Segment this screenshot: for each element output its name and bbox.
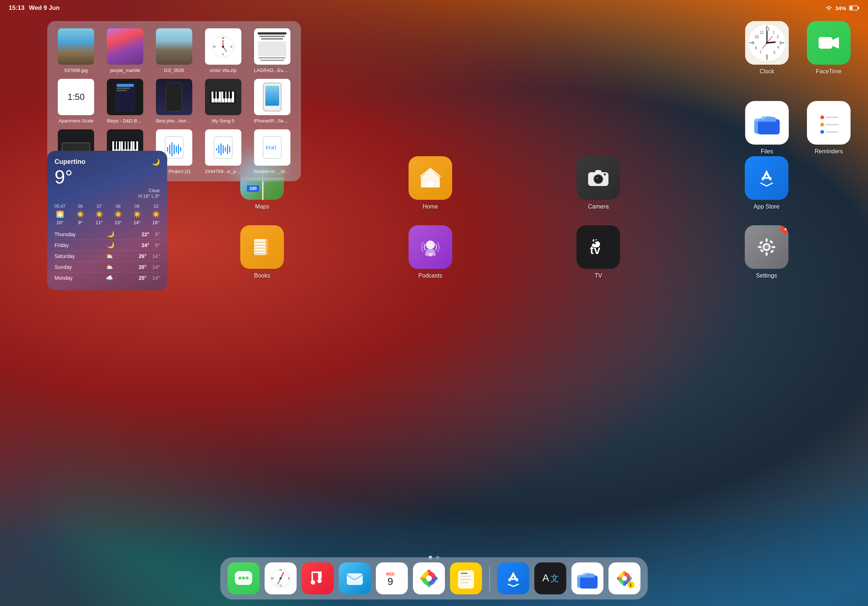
file-item[interactable]: Bleys - D&D Beyond	[104, 79, 147, 124]
svg-rect-116	[758, 246, 761, 248]
svg-point-91	[820, 130, 824, 134]
svg-text:N: N	[222, 36, 224, 40]
reminders-app-icon[interactable]: Reminders	[807, 101, 851, 155]
file-name: Apartment Scale	[59, 118, 93, 124]
clock-app[interactable]: 12 3 6 9 1 2 4 5 7 8 10 11	[745, 21, 789, 75]
notes-icon	[456, 568, 476, 589]
podcasts-app-icon[interactable]: Podcasts	[409, 225, 452, 279]
top-right-apps: 12 3 6 9 1 2 4 5 7 8 10 11	[745, 21, 851, 75]
books-icon	[249, 234, 275, 260]
home-icon	[417, 165, 443, 191]
svg-text:4: 4	[777, 45, 779, 49]
dock-appstore2[interactable]	[497, 563, 529, 594]
file-name: victor vila.zip	[210, 68, 237, 73]
svg-point-124	[242, 577, 245, 580]
svg-rect-141	[347, 573, 363, 585]
svg-rect-119	[770, 249, 774, 253]
app-label: Home	[422, 204, 438, 210]
svg-rect-118	[759, 241, 763, 244]
svg-rect-22	[223, 91, 225, 99]
file-name: My Song 5	[212, 118, 234, 124]
file-item[interactable]: N S E W victor vila.zip	[202, 28, 245, 73]
svg-point-89	[820, 123, 824, 127]
svg-text:W: W	[271, 577, 274, 580]
svg-rect-117	[772, 246, 775, 248]
svg-marker-83	[832, 37, 839, 49]
appstore-icon	[753, 165, 780, 191]
svg-rect-114	[766, 238, 768, 242]
svg-point-139	[311, 580, 315, 584]
file-item[interactable]: purple_marble	[104, 28, 147, 73]
dock-pixelmator[interactable]: 1	[609, 563, 640, 594]
file-item-apartment-scale[interactable]: 1:50 Apartment Scale	[54, 79, 98, 124]
file-item[interactable]: iPhone6P...Sept2014	[250, 79, 294, 124]
dock-mail[interactable]	[339, 563, 371, 594]
file-item[interactable]: LAGRAD...България	[250, 28, 294, 73]
settings-badge: 1	[780, 225, 788, 233]
books-app-icon[interactable]: Books	[240, 225, 284, 279]
svg-rect-35	[114, 141, 116, 149]
weather-highlow: H:19° L:8°	[138, 193, 160, 199]
moon-icon: 🌙	[152, 158, 160, 166]
file-name: LAGRAD...България	[254, 68, 290, 73]
file-item[interactable]: DJI_0535	[153, 28, 196, 73]
file-name: 637608.jpg	[64, 68, 88, 73]
settings-app-icon[interactable]: 1 Settings	[745, 225, 788, 279]
calendar-icon: WED 9	[381, 567, 403, 589]
file-item[interactable]: html huawei-m..._id119102	[250, 129, 294, 174]
dock: N S E W	[220, 557, 648, 600]
svg-rect-86	[816, 108, 842, 137]
podcasts-icon	[417, 234, 443, 260]
app-label: Files	[761, 148, 773, 155]
dock-notes[interactable]	[450, 563, 482, 594]
dock-music[interactable]	[302, 563, 334, 594]
home-app-icon[interactable]: Home	[409, 156, 452, 210]
svg-point-7	[222, 45, 224, 48]
file-item[interactable]: 637608.jpg	[54, 28, 98, 73]
svg-point-98	[597, 177, 598, 179]
dock-safari[interactable]: N S E W	[265, 563, 297, 594]
dock-calendar[interactable]: WED 9	[376, 563, 408, 594]
svg-point-87	[820, 116, 824, 119]
svg-rect-102	[254, 239, 266, 255]
svg-rect-115	[766, 252, 768, 256]
row2-apps: Files Reminders	[745, 101, 851, 155]
svg-rect-1	[858, 7, 859, 9]
status-time: 15:13	[9, 5, 24, 12]
svg-point-155	[426, 575, 432, 581]
translate-icon: A 文	[540, 568, 561, 589]
app-label: Reminders	[815, 148, 843, 155]
dock-translate[interactable]: A 文	[534, 563, 566, 594]
svg-rect-37	[123, 141, 125, 149]
tv-app-icon[interactable]: tv TV	[577, 225, 620, 279]
svg-point-81	[766, 42, 768, 44]
svg-rect-93	[428, 182, 433, 187]
file-item[interactable]: Best pho...honeArena	[153, 79, 196, 124]
weather-condition: Clear	[138, 188, 160, 193]
svg-text:2: 2	[777, 35, 779, 39]
svg-rect-20	[213, 91, 215, 99]
dock-files2[interactable]	[571, 563, 603, 594]
file-item[interactable]: 2444769...ic_preview	[202, 129, 245, 174]
svg-text:W: W	[213, 45, 216, 48]
daily-forecast: Thursday 🌙 22° 9° Friday 🌙 24° 9° Saturd…	[54, 229, 160, 283]
svg-text:12: 12	[765, 27, 769, 31]
files-app-icon[interactable]: Files	[745, 101, 789, 155]
files2-icon	[576, 567, 599, 590]
file-item[interactable]: My Song 5	[202, 79, 245, 124]
svg-text:3: 3	[779, 41, 781, 45]
weather-temp: 9°	[54, 167, 160, 186]
dock-messages[interactable]	[228, 563, 259, 594]
camera-app-icon[interactable]: Camera	[577, 156, 620, 210]
app-label: Maps	[255, 204, 269, 210]
file-name: huawei-m..._id119102	[254, 169, 290, 174]
row4-apps: Books Podcasts tv	[178, 225, 851, 279]
battery-text: 34%	[835, 5, 846, 11]
dock-photos[interactable]	[413, 563, 445, 594]
facetime-app[interactable]: FaceTime	[807, 21, 851, 75]
weather-widget[interactable]: Cupertino 🌙 9° Clear H:19° L:8° 05:47 🌅 …	[47, 151, 167, 290]
svg-point-125	[246, 577, 249, 580]
appstore-app-icon[interactable]: App Store	[745, 156, 788, 210]
svg-point-140	[317, 579, 322, 583]
appstore2-icon	[503, 568, 524, 589]
